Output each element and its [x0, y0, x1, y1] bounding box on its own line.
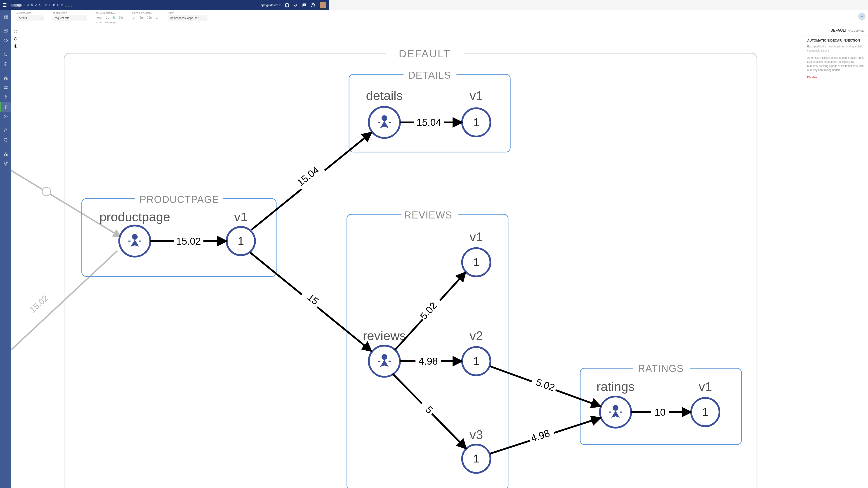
menu-toggle-button[interactable]: ☰ — [3, 2, 7, 8]
svg-rect-31 — [64, 53, 329, 185]
timespan-pills: 1m 5m 30m 1h — [132, 15, 159, 20]
svg-rect-20 — [5, 152, 6, 153]
sidebar-code[interactable] — [0, 35, 11, 45]
sidebar-storage[interactable] — [0, 83, 11, 92]
svg-rect-3 — [6, 15, 7, 17]
timespan-30m[interactable]: 30m — [147, 16, 152, 19]
view-select[interactable]: namespaces, apps, ser… — [168, 15, 208, 21]
polling-label: POLLING INTERVAL — [96, 12, 123, 14]
svg-rect-19 — [4, 130, 7, 132]
svg-marker-16 — [4, 105, 7, 108]
svg-rect-13 — [4, 86, 7, 87]
svg-line-33 — [11, 166, 121, 185]
sidebar-topo2[interactable] — [0, 159, 11, 168]
svg-text:?: ? — [312, 4, 313, 6]
svg-rect-6 — [4, 29, 7, 30]
brand-text-right: C L O U D — [45, 4, 64, 7]
sidebar-topo1[interactable] — [0, 149, 11, 159]
svg-rect-23 — [4, 162, 5, 163]
sidebar-leaf1[interactable] — [0, 49, 11, 59]
svg-rect-7 — [4, 31, 7, 32]
top-navbar: ☰ B A N Z A I C L O U D ALPHA spotguidet… — [0, 0, 329, 10]
sidebar-tree[interactable] — [0, 92, 11, 102]
svg-rect-22 — [6, 155, 7, 156]
timespan-1h[interactable]: 1h — [156, 16, 159, 19]
sidebar-nodes[interactable] — [0, 73, 11, 83]
feedback-icon[interactable] — [302, 3, 307, 7]
sidebar-leaf2[interactable] — [0, 59, 11, 69]
timespan-5m[interactable]: 5m — [140, 16, 144, 19]
service-graph[interactable]: DEFAULT 15.02 PRODUCTPAGE productpage v1… — [11, 25, 329, 185]
edge-labels-value: request rate — [55, 17, 69, 20]
namespace-value: default — [19, 17, 27, 20]
brand-logo[interactable]: B A N Z A I C L O U D ALPHA — [10, 3, 72, 7]
help-icon[interactable]: ? — [311, 3, 315, 7]
brand-text-left: B A N Z A I — [24, 4, 44, 7]
view-value: namespaces, apps, ser… — [170, 17, 201, 20]
sidebar-server[interactable] — [0, 26, 11, 35]
svg-rect-14 — [4, 88, 7, 88]
edge-labels-select[interactable]: request rate — [53, 15, 87, 21]
view-label: VIEW — [168, 12, 208, 14]
polling-1s[interactable]: 1s — [106, 16, 109, 19]
svg-point-17 — [5, 106, 6, 107]
sidebar-mesh[interactable] — [0, 102, 11, 111]
namespace-select[interactable]: default — [17, 15, 43, 21]
svg-rect-11 — [4, 78, 5, 79]
updated-text: updated 1 second ago — [96, 22, 123, 24]
slack-icon[interactable] — [293, 3, 298, 7]
graph-toolbar: NAMESPACES default EDGE LABELS request r… — [11, 10, 329, 25]
polling-pills: never 1s 5s 30s — [96, 15, 123, 20]
svg-rect-5 — [4, 17, 5, 19]
edge-labels-label: EDGE LABELS — [53, 12, 87, 14]
cluster-name: spotguidetest — [261, 3, 278, 7]
svg-rect-2 — [4, 15, 5, 17]
polling-never[interactable]: never — [96, 16, 102, 19]
logo-clouds-icon — [10, 4, 22, 7]
sidebar-shield[interactable] — [0, 135, 11, 145]
cluster-selector[interactable]: spotguidetest ▾ — [261, 3, 281, 7]
svg-point-9 — [4, 62, 7, 65]
svg-rect-12 — [6, 78, 7, 79]
sidebar-dashboard[interactable] — [0, 12, 11, 22]
chevron-down-icon: ▾ — [279, 3, 281, 7]
svg-rect-4 — [6, 17, 7, 19]
sidebar-lock[interactable] — [0, 125, 11, 135]
sidebar-history[interactable] — [0, 111, 11, 121]
timespan-1m[interactable]: 1m — [132, 16, 136, 19]
svg-rect-25 — [5, 164, 6, 165]
user-avatar[interactable] — [319, 2, 327, 9]
alpha-badge: ALPHA — [65, 5, 72, 7]
github-icon[interactable] — [285, 3, 289, 7]
svg-rect-24 — [6, 162, 7, 163]
polling-30s[interactable]: 30s — [119, 16, 123, 19]
left-sidebar — [0, 10, 11, 185]
polling-5s[interactable]: 5s — [113, 16, 116, 19]
svg-rect-21 — [4, 155, 5, 156]
namespaces-label: NAMESPACES — [17, 12, 43, 14]
timespan-label: METRICS TIMESPAN — [132, 12, 159, 14]
graph-canvas-container: ⛶ ? DEFAULT 15.02 PRODUCTPAGE productpag… — [11, 25, 329, 185]
svg-rect-10 — [5, 76, 6, 77]
svg-point-8 — [4, 53, 7, 56]
